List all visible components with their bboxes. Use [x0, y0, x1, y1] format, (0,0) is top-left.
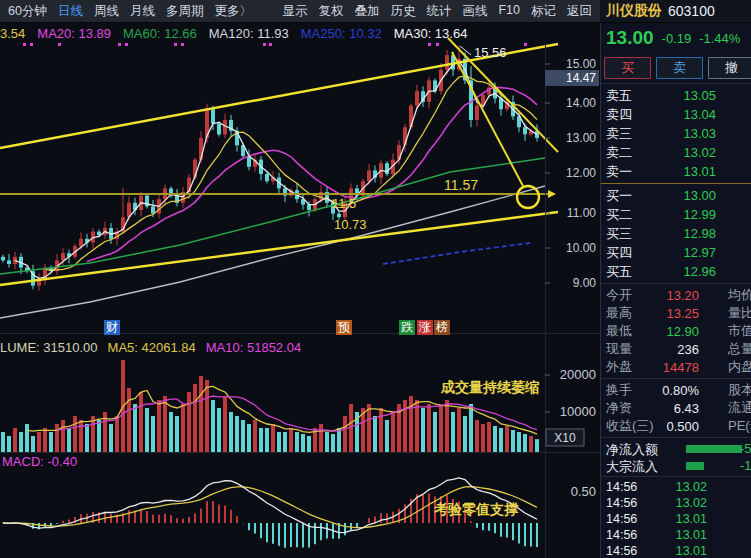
queue-label: 买二	[606, 206, 640, 224]
buy-queue-row[interactable]: 买五12.96	[601, 262, 751, 281]
volume-bar	[535, 439, 539, 452]
chart-annotation: 11.5	[332, 196, 356, 211]
volume-bar	[223, 396, 227, 452]
volume-bar	[469, 404, 473, 452]
toolbar-item-周线[interactable]: 周线	[94, 3, 119, 20]
stat-value: 0.500	[666, 419, 699, 434]
trade-tick-row[interactable]: 14:5613.02	[601, 495, 751, 511]
toolbar-item-月线[interactable]: 月线	[130, 3, 155, 20]
toolbar-item-返回[interactable]: 返回	[567, 3, 592, 20]
badge-财[interactable]: 财	[104, 320, 120, 335]
volume-bar	[265, 428, 269, 452]
trade-tick-row[interactable]: 14:5613.01	[601, 543, 751, 558]
queue-price: 12.99	[640, 207, 716, 222]
flow-label: 大宗流入	[606, 458, 658, 476]
candle-body	[61, 253, 65, 260]
ex-right-dot	[125, 43, 128, 46]
volume-bar	[481, 424, 485, 452]
sell-queue-row[interactable]: 卖五13.05	[601, 86, 751, 105]
trade-button-买[interactable]: 买	[604, 57, 651, 79]
stat-value: 13.25	[666, 306, 699, 321]
chart-area[interactable]: 15.0014.0013.0012.0011.0010.009.0014.472…	[0, 0, 600, 558]
tick-time: 14:56	[606, 496, 637, 510]
ex-right-dot	[174, 43, 177, 46]
buy-queue-row[interactable]: 买三12.98	[601, 224, 751, 243]
ex-right-dot	[118, 43, 121, 46]
queue-label: 卖一	[606, 163, 640, 181]
ex-right-dot	[263, 43, 266, 46]
queue-label: 卖五	[606, 87, 640, 105]
sell-queue-row[interactable]: 卖四13.04	[601, 105, 751, 124]
toolbar-item-画线[interactable]: 画线	[462, 3, 487, 20]
toolbar-item-历史[interactable]: 历史	[390, 3, 415, 20]
volume-bar	[487, 422, 491, 452]
buy-queue-row[interactable]: 买二12.99	[601, 205, 751, 224]
candle-body	[265, 174, 269, 181]
flow-bar	[686, 462, 704, 470]
queue-label: 卖四	[606, 106, 640, 124]
stat-label-right: 股本	[728, 381, 751, 399]
period-tabs: 60分钟日线周线月线多周期更多〉	[8, 3, 252, 20]
queue-price: 12.96	[640, 264, 716, 279]
toolbar-item-显示[interactable]: 显示	[282, 3, 307, 20]
sell-queue-row[interactable]: 卖二13.02	[601, 143, 751, 162]
volume-bar	[319, 424, 323, 452]
ex-right-dot	[181, 43, 184, 46]
badge-榜[interactable]: 榜	[434, 320, 450, 335]
candlestick-chart-canvas[interactable]: 15.0014.0013.0012.0011.0010.009.0014.472…	[0, 0, 600, 558]
volume-bar	[211, 400, 215, 452]
trade-button-卖[interactable]: 卖	[656, 57, 703, 79]
toolbar-item-叠加[interactable]: 叠加	[354, 3, 379, 20]
ma-legend-item: MA120: 11.93	[209, 26, 289, 41]
toolbar-item-日线[interactable]: 日线	[58, 3, 83, 20]
sell-queue-row[interactable]: 卖三13.03	[601, 124, 751, 143]
trade-button-撤[interactable]: 撤	[708, 57, 751, 79]
queue-label: 买三	[606, 225, 640, 243]
price-change: -0.19	[662, 31, 692, 46]
flow-value: -18	[740, 458, 751, 473]
stat-label: 换手	[606, 381, 632, 399]
volume-bar	[157, 400, 161, 452]
volume-bar	[73, 416, 77, 452]
volume-bar	[205, 380, 209, 452]
badge-跌[interactable]: 跌	[399, 320, 415, 335]
chart-annotation: 11.57	[444, 177, 478, 193]
trade-tick-row[interactable]: 14:5613.01	[601, 511, 751, 527]
tick-time: 14:56	[606, 480, 637, 494]
volume-bar	[43, 428, 47, 452]
volume-bar	[169, 412, 173, 452]
stat-label: 今开	[606, 286, 632, 304]
toolbar-item-60分钟[interactable]: 60分钟	[8, 3, 47, 20]
volume-bar	[523, 434, 527, 452]
toolbar-left: 60分钟日线周线月线多周期更多〉 显示复权叠加历史统计画线F10标记返回	[0, 3, 600, 20]
candle-body	[445, 55, 449, 69]
volume-bar	[49, 432, 53, 452]
toolbar-item-复权[interactable]: 复权	[318, 3, 343, 20]
toolbar-item-F10[interactable]: F10	[498, 3, 520, 20]
toolbar-item-多周期[interactable]: 多周期	[166, 3, 204, 20]
toolbar-item-标记[interactable]: 标记	[531, 3, 556, 20]
last-price: 13.00	[606, 27, 654, 49]
trade-tick-row[interactable]: 14:5613.02	[601, 479, 751, 495]
volume-bar	[373, 416, 377, 452]
trade-tick-row[interactable]: 14:5613.01	[601, 527, 751, 543]
volume-bar	[97, 420, 101, 452]
volume-bar	[415, 400, 419, 452]
stock-code: 603100	[668, 3, 715, 19]
toolbar-item-统计[interactable]: 统计	[426, 3, 451, 20]
toolbar-item-更多〉[interactable]: 更多〉	[214, 3, 252, 20]
stat-row: 现量236总量	[601, 340, 751, 358]
buy-queue-row[interactable]: 买一13.00	[601, 186, 751, 205]
volume-bar	[439, 404, 443, 452]
stat-label-right: PE(动)	[728, 417, 751, 435]
buy-queue: 买一13.00买二12.99买三12.98买四12.97买五12.96	[601, 186, 751, 281]
queue-label: 买五	[606, 263, 640, 281]
sell-queue-row[interactable]: 卖一13.01	[601, 162, 751, 181]
badge-涨[interactable]: 涨	[417, 320, 433, 335]
volume-bar	[493, 426, 497, 452]
volume-bar	[499, 428, 503, 452]
price-axis-label: 11.00	[567, 206, 596, 220]
volume-bar	[235, 416, 239, 452]
buy-queue-row[interactable]: 买四12.97	[601, 243, 751, 262]
badge-预[interactable]: 预	[336, 320, 352, 335]
